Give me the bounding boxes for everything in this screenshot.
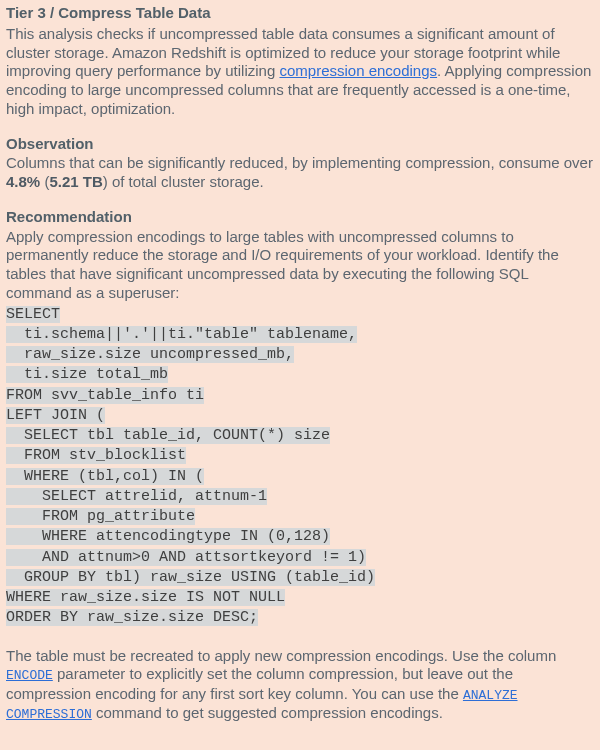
code-line: ORDER BY raw_size.size DESC; — [6, 609, 258, 626]
recommendation-intro: Apply compression encodings to large tab… — [6, 228, 594, 303]
analysis-description: This analysis checks if uncompressed tab… — [6, 25, 594, 119]
code-line: WHERE (tbl,col) IN ( — [6, 468, 204, 485]
footer-part1: The table must be recreated to apply new… — [6, 647, 556, 664]
obs-part2: of total cluster storage. — [112, 173, 264, 190]
encode-link[interactable]: ENCODE — [6, 668, 53, 683]
tier-title: Tier 3 / Compress Table Data — [6, 4, 594, 23]
obs-part1: Columns that can be significantly reduce… — [6, 154, 593, 171]
compression-encodings-link[interactable]: compression encodings — [279, 62, 437, 79]
code-line: WHERE raw_size.size IS NOT NULL — [6, 589, 285, 606]
recommendation-heading: Recommendation — [6, 208, 594, 227]
code-line: SELECT — [6, 306, 60, 323]
observation-body: Columns that can be significantly reduce… — [6, 154, 594, 192]
code-line: SELECT attrelid, attnum-1 — [6, 488, 267, 505]
recommendation-footer: The table must be recreated to apply new… — [6, 647, 594, 724]
code-line: SELECT tbl table_id, COUNT(*) size — [6, 427, 330, 444]
obs-sep2: ) — [103, 173, 112, 190]
footer-part3: command to get suggested compression enc… — [96, 704, 443, 721]
obs-size: 5.21 TB — [49, 173, 102, 190]
code-line: AND attnum>0 AND attsortkeyord != 1) — [6, 549, 366, 566]
code-line: FROM svv_table_info ti — [6, 387, 204, 404]
code-line: ti.schema||'.'||ti."table" tablename, — [6, 326, 357, 343]
obs-pct: 4.8% — [6, 173, 40, 190]
code-line: FROM pg_attribute — [6, 508, 195, 525]
code-line: raw_size.size uncompressed_mb, — [6, 346, 294, 363]
content-container: Tier 3 / Compress Table Data This analys… — [0, 0, 600, 729]
code-line: ti.size total_mb — [6, 366, 168, 383]
code-line: FROM stv_blocklist — [6, 447, 186, 464]
code-line: GROUP BY tbl) raw_size USING (table_id) — [6, 569, 375, 586]
code-line: WHERE attencodingtype IN (0,128) — [6, 528, 330, 545]
observation-heading: Observation — [6, 135, 594, 154]
footer-part2: parameter to explicitly set the column c… — [6, 665, 513, 701]
code-line: LEFT JOIN ( — [6, 407, 105, 424]
sql-code-block: SELECT ti.schema||'.'||ti."table" tablen… — [6, 305, 594, 629]
